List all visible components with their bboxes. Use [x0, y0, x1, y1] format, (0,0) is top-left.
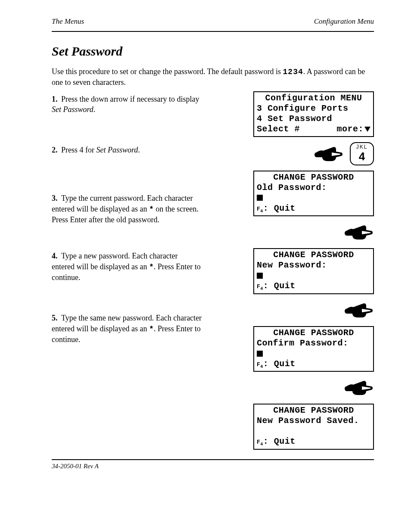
keypad-key-4[interactable]: JKL 4: [350, 142, 374, 165]
step-5: 5.Type the same new password. Each chara…: [52, 313, 202, 345]
pointing-hand-icon: [313, 143, 344, 165]
lcd-new-password: CHANGE PASSWORD New Password: F4: Quit: [253, 248, 374, 294]
step-3: 3.Type the current password. Each charac…: [52, 193, 202, 225]
top-rule: [52, 31, 374, 32]
cursor-icon: [257, 273, 263, 279]
lcd-config-menu: Configuration MENU 3 Configure Ports 4 S…: [253, 91, 374, 137]
page-heading: Set Password: [52, 44, 374, 59]
footer-text: 34-2050-01 Rev A: [52, 463, 374, 470]
press-key-4: JKL 4: [253, 142, 374, 165]
hand-row-3: [253, 377, 374, 398]
cursor-icon: [257, 195, 263, 201]
lcd-password-saved: CHANGE PASSWORD New Password Saved. F4: …: [253, 404, 374, 450]
step-4: 4.Type a new password. Each character en…: [52, 251, 202, 283]
pointing-hand-icon: [343, 221, 374, 243]
screens-column: Configuration MENU 3 Configure Ports 4 S…: [210, 91, 374, 450]
hand-row-2: [253, 299, 374, 321]
header-left: The Menus: [52, 17, 84, 26]
lcd-confirm-password: CHANGE PASSWORD Confirm Password: F4: Qu…: [253, 326, 374, 372]
step-1: 1.Press the down arrow if necessary to d…: [52, 94, 202, 115]
hand-row-1: [253, 221, 374, 243]
header-right: Configuration Menu: [314, 17, 374, 26]
cursor-icon: [257, 351, 263, 357]
bottom-rule: [52, 459, 374, 460]
down-arrow-icon: [364, 127, 371, 132]
pointing-hand-icon: [343, 377, 374, 398]
step-2: 2.Press 4 for Set Password.: [52, 145, 202, 155]
steps-column: 1.Press the down arrow if necessary to d…: [52, 91, 202, 450]
pointing-hand-icon: [343, 299, 374, 321]
lcd-old-password: CHANGE PASSWORD Old Password: F4: Quit: [253, 171, 374, 217]
intro-text: Use this procedure to set or change the …: [52, 66, 374, 88]
